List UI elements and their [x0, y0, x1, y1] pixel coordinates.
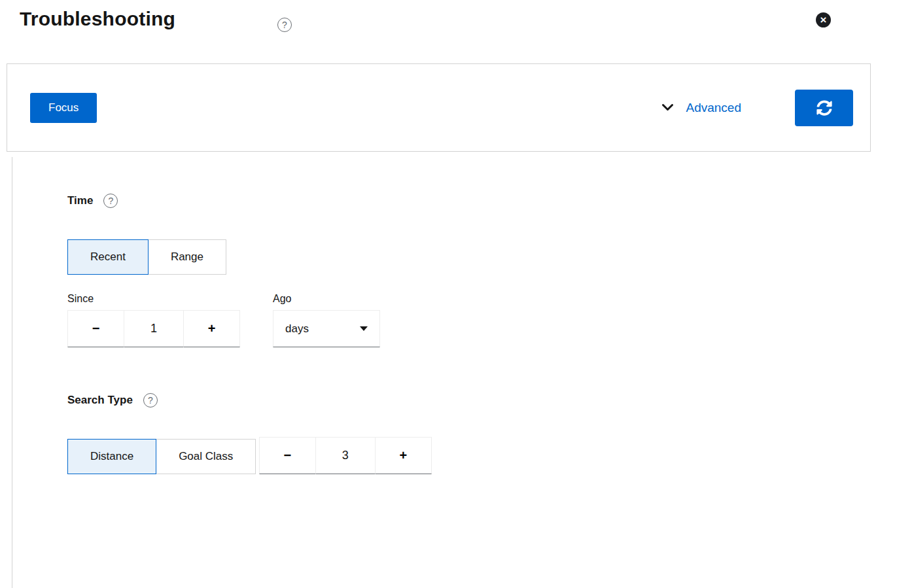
toolbar: Focus Advanced	[7, 63, 871, 152]
toggle-recent[interactable]: Recent	[67, 239, 149, 275]
search-type-label-row: Search Type ?	[67, 393, 902, 407]
search-type-value-input[interactable]: 3	[315, 437, 376, 474]
focus-button[interactable]: Focus	[30, 93, 97, 123]
toolbar-right-group: Advanced	[661, 90, 853, 126]
time-label-row: Time ?	[67, 194, 902, 208]
chevron-down-icon[interactable]	[661, 103, 674, 112]
search-type-block: Search Type ? Distance Goal Class − 3 +	[67, 393, 902, 474]
search-type-stepper: − 3 +	[259, 437, 432, 474]
search-type-plus-button[interactable]: +	[375, 437, 432, 474]
time-inputs-row: Since − 1 + Ago days	[67, 293, 902, 347]
title-help-icon[interactable]: ?	[277, 18, 292, 32]
refresh-button[interactable]	[795, 90, 853, 126]
time-help-icon[interactable]: ?	[103, 194, 118, 208]
search-type-minus-button[interactable]: −	[259, 437, 316, 474]
search-type-label: Search Type	[67, 394, 133, 407]
time-label: Time	[67, 194, 93, 207]
page-title: Troubleshooting	[20, 8, 175, 30]
ago-select[interactable]: days	[273, 310, 380, 347]
ago-field: Ago days	[273, 293, 380, 347]
since-value-input[interactable]: 1	[124, 310, 184, 347]
since-field: Since − 1 +	[67, 293, 240, 347]
toggle-distance[interactable]: Distance	[67, 439, 156, 474]
refresh-icon	[816, 100, 832, 116]
form-section: Time ? Recent Range Since − 1 + Ago days	[12, 157, 902, 588]
troubleshooting-panel: Troubleshooting ? × Focus Advanced Time	[0, 0, 912, 588]
ago-select-value: days	[285, 322, 309, 336]
search-type-help-icon[interactable]: ?	[143, 393, 158, 407]
ago-label: Ago	[273, 293, 380, 305]
caret-down-icon	[360, 326, 368, 331]
search-type-toggle-group: Distance Goal Class	[67, 439, 256, 474]
toggle-goal-class[interactable]: Goal Class	[156, 439, 256, 474]
close-icon[interactable]: ×	[816, 12, 831, 27]
toggle-range[interactable]: Range	[148, 239, 226, 275]
time-toggle-group: Recent Range	[67, 239, 226, 275]
advanced-link[interactable]: Advanced	[686, 101, 741, 115]
since-stepper: − 1 +	[67, 310, 240, 347]
since-plus-button[interactable]: +	[183, 310, 240, 347]
since-minus-button[interactable]: −	[67, 310, 124, 347]
since-label: Since	[67, 293, 240, 305]
